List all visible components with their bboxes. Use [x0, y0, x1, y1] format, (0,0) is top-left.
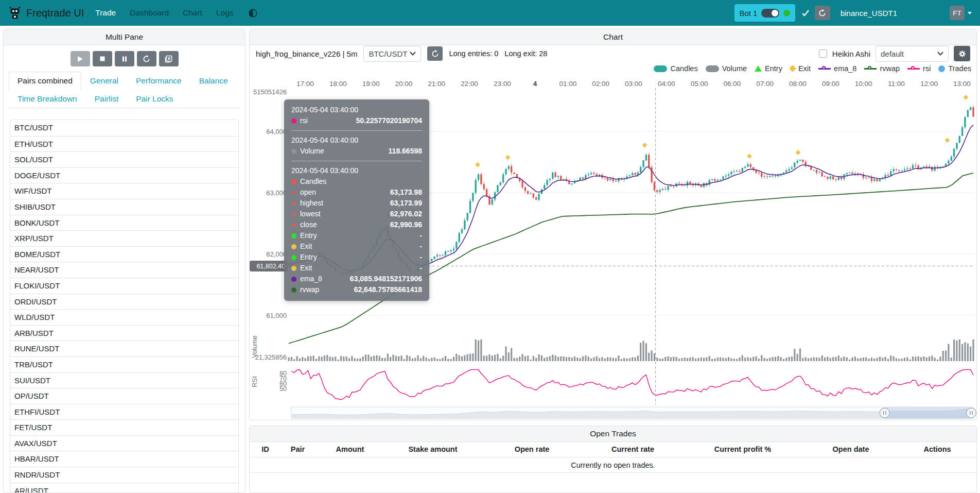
reload-config-button[interactable]	[137, 51, 156, 66]
legend-item-exit[interactable]: Exit	[790, 64, 811, 73]
plot-config-select[interactable]: default	[876, 46, 949, 62]
pair-list-item[interactable]: BTC/USDT	[10, 120, 238, 136]
svg-text:01:00: 01:00	[559, 80, 577, 88]
robot-logo-icon	[8, 6, 22, 20]
tooltip-timestamp: 2024-05-04 03:40:00	[291, 165, 422, 176]
legend-item-rsi[interactable]: rsi	[907, 64, 931, 73]
nav-links: TradeDashboardChartLogs	[95, 8, 247, 18]
freqtrade-app: Freqtrade UI TradeDashboardChartLogs Bot…	[0, 0, 980, 493]
svg-text:20:00: 20:00	[395, 80, 413, 88]
pair-list-item[interactable]: ORDI/USDT	[10, 294, 238, 310]
pair-list-item[interactable]: FET/USDT	[10, 419, 238, 435]
open-trades-panel: Open Trades IDPairAmountStake amountOpen…	[249, 426, 977, 493]
rvwap-dot-icon	[291, 287, 296, 293]
candles-legend-marker-icon	[654, 65, 667, 72]
column-header-stake-amount: Stake amount	[382, 442, 483, 457]
chart-controls: high_frog_binance_v226 | 5m BTC/USDT Lon…	[250, 45, 976, 62]
heikin-ashi-checkbox[interactable]	[819, 49, 827, 58]
start-bot-button[interactable]	[71, 51, 90, 66]
pair-list-item[interactable]: OP/USDT	[10, 388, 238, 404]
refresh-chart-button[interactable]	[427, 46, 443, 61]
svg-text:18:00: 18:00	[329, 80, 347, 88]
pair-list-item[interactable]: HBAR/USDT	[10, 451, 238, 467]
stop-icon	[99, 56, 106, 62]
column-header-amount: Amount	[318, 442, 382, 457]
tooltip-row: Entry-	[291, 252, 422, 263]
pair-list-item[interactable]: SUI/USDT	[10, 372, 238, 388]
online-check-icon	[801, 9, 811, 16]
pause-bot-button[interactable]	[115, 51, 134, 66]
column-header-current-rate: Current rate	[581, 442, 685, 457]
bot-control-buttons	[4, 51, 245, 66]
tab-balance[interactable]: Balance	[190, 72, 237, 90]
nav-link-logs[interactable]: Logs	[216, 8, 234, 18]
nav-link-trade[interactable]: Trade	[95, 8, 116, 18]
pair-list-item[interactable]: FLOKI/USDT	[10, 278, 238, 294]
exit-legend-marker-icon	[789, 65, 796, 72]
clear-chart-button[interactable]	[159, 51, 179, 66]
reload-bot-button[interactable]	[815, 6, 830, 20]
pair-list-item[interactable]: DOGE/USDT	[10, 167, 238, 183]
theme-toggle-icon[interactable]	[249, 9, 257, 18]
exit-dot-icon	[291, 266, 296, 271]
nav-link-chart[interactable]: Chart	[183, 8, 202, 18]
tab-performance[interactable]: Performance	[127, 72, 190, 90]
pair-list-item[interactable]: ETHFI/USDT	[10, 404, 238, 420]
datazoom-slider[interactable]	[291, 407, 976, 419]
svg-text:21:00: 21:00	[428, 80, 445, 88]
pair-list-item[interactable]: ETH/USDT	[10, 136, 238, 152]
pair-list-item[interactable]: AVAX/USDT	[10, 435, 238, 451]
column-header-open-date: Open date	[800, 442, 901, 457]
ohlc-dot-icon	[292, 191, 295, 194]
user-menu-caret-icon[interactable]	[968, 12, 972, 14]
pair-list-item[interactable]: NEAR/USDT	[10, 262, 238, 278]
pair-list: BTC/USDTETH/USDTSOL/USDTDOGE/USDTWIF/USD…	[10, 120, 239, 493]
pair-select-value: BTC/USDT	[369, 49, 407, 58]
legend-item-trades[interactable]: Trades	[938, 64, 971, 73]
legend-item-ema_8[interactable]: ema_8	[818, 64, 856, 73]
long-exit-count: Long exit: 28	[504, 49, 547, 58]
tab-pair-locks[interactable]: Pair Locks	[127, 90, 182, 108]
navbar-right: Bot 1 binance_USDT1 FT	[734, 4, 972, 22]
bot-toggle[interactable]	[761, 9, 779, 18]
exchange-account-label: binance_USDT1	[841, 9, 897, 18]
pair-list-item[interactable]: BONK/USDT	[10, 215, 238, 231]
pair-list-item[interactable]: RNDR/USDT	[10, 467, 238, 483]
datazoom-left-handle[interactable]	[880, 408, 889, 418]
reload-icon	[143, 55, 150, 63]
legend-item-candles[interactable]: Candles	[654, 64, 697, 73]
tab-general[interactable]: General	[81, 72, 127, 90]
column-header-pair: Pair	[278, 442, 318, 457]
tab-pairlist[interactable]: Pairlist	[86, 90, 128, 108]
tab-time-breakdown[interactable]: Time Breakdown	[9, 90, 86, 108]
stop-bot-button[interactable]	[93, 51, 112, 66]
svg-text:11:00: 11:00	[888, 80, 905, 88]
nav-link-dashboard[interactable]: Dashboard	[130, 8, 169, 18]
datazoom-right-handle[interactable]	[967, 408, 976, 418]
pair-list-item[interactable]: TRB/USDT	[10, 356, 238, 372]
pair-list-item[interactable]: WLD/USDT	[10, 309, 238, 325]
pair-list-item[interactable]: XRP/USDT	[10, 230, 238, 246]
legend-item-rvwap[interactable]: rvwap	[864, 64, 900, 73]
pair-list-item[interactable]: WIF/USDT	[10, 183, 238, 199]
gear-icon	[958, 50, 966, 58]
user-avatar[interactable]: FT	[950, 6, 965, 20]
bot-selector-button[interactable]: Bot 1	[734, 4, 795, 22]
pair-list-item[interactable]: BOME/USDT	[10, 246, 238, 262]
svg-text:50: 50	[279, 385, 287, 393]
legend-label: Candles	[670, 64, 697, 73]
pair-list-item[interactable]: SHIB/USDT	[10, 199, 238, 215]
tab-pairs-combined[interactable]: Pairs combined	[9, 72, 81, 90]
legend-item-volume[interactable]: Volume	[706, 64, 747, 73]
legend-item-entry[interactable]: Entry	[755, 64, 782, 73]
entry-legend-marker-icon	[755, 65, 762, 72]
pair-select[interactable]: BTC/USDT	[363, 46, 421, 62]
trades-legend-marker-icon	[938, 65, 945, 72]
pair-list-item[interactable]: ARB/USDT	[10, 325, 238, 341]
navbar: Freqtrade UI TradeDashboardChartLogs Bot…	[0, 0, 980, 26]
pair-list-item[interactable]: RUNE/USDT	[10, 341, 238, 356]
brand[interactable]: Freqtrade UI	[8, 6, 84, 20]
pair-list-item[interactable]: SOL/USDT	[10, 151, 238, 167]
pair-list-item[interactable]: AR/USDT	[10, 483, 238, 493]
plot-settings-button[interactable]	[954, 46, 970, 61]
